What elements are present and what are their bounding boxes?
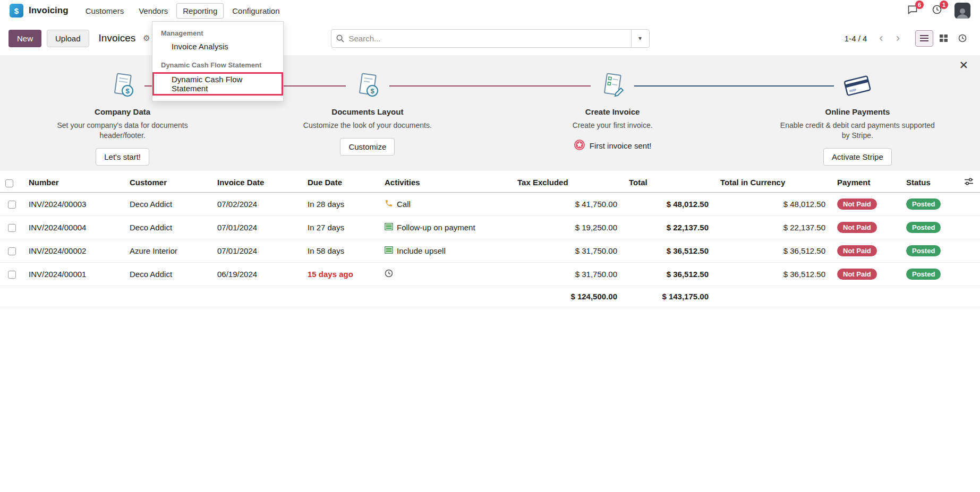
lets-start-button[interactable]: Let's start! [96, 148, 149, 166]
view-switcher [915, 30, 972, 47]
row-checkbox[interactable] [8, 224, 16, 232]
activate-stripe-button[interactable]: Activate Stripe [823, 148, 892, 166]
payment-status-badge: Not Paid [837, 245, 877, 256]
payment-status-badge: Not Paid [837, 222, 877, 233]
menu-configuration[interactable]: Configuration [226, 3, 286, 19]
customize-button[interactable]: Customize [340, 138, 395, 156]
cell-due-date: In 28 days [302, 192, 379, 215]
cell-invoice-date: 07/01/2024 [212, 239, 302, 262]
cell-number: INV/2024/00002 [23, 239, 124, 262]
status-badge: Posted [906, 222, 941, 233]
row-checkbox[interactable] [8, 201, 16, 209]
column-header-due-date[interactable]: Due Date [302, 173, 379, 192]
cell-activity-label[interactable]: Call [397, 200, 411, 209]
payment-status-badge: Not Paid [837, 198, 877, 210]
view-settings-gear-icon[interactable]: ⚙ [143, 33, 150, 43]
note-activity-icon[interactable] [385, 246, 393, 255]
cell-total-in-currency: $ 48,012.50 [715, 192, 832, 215]
step-title: Company Data [95, 107, 150, 116]
cell-activity-label[interactable]: Include upsell [397, 246, 446, 255]
invoicing-app-screen: $ Invoicing Customers Vendors Reporting … [0, 0, 980, 492]
menu-item-dynamic-cash-flow-statement[interactable]: Dynamic Cash Flow Statement [152, 72, 283, 96]
column-header-total-in-currency[interactable]: Total in Currency [715, 173, 832, 192]
upload-button[interactable]: Upload [47, 30, 89, 47]
activities-badge: 1 [940, 1, 948, 9]
cell-tax-excluded: $ 19,250.00 [512, 215, 624, 239]
column-header-status[interactable]: Status [901, 173, 959, 192]
phone-activity-icon[interactable] [385, 199, 393, 209]
cell-due-date: In 58 days [302, 239, 379, 262]
cell-tax-excluded: $ 41,750.00 [512, 192, 624, 215]
column-header-invoice-date[interactable]: Invoice Date [212, 173, 302, 192]
status-badge: Posted [906, 198, 941, 210]
onboarding-step-create-invoice: Create Invoice Create your first invoice… [490, 69, 735, 171]
search-input[interactable] [349, 34, 631, 43]
user-avatar[interactable] [955, 3, 970, 19]
row-checkbox[interactable] [8, 271, 16, 279]
status-badge: Posted [906, 269, 941, 280]
invoicing-app-icon[interactable]: $ [10, 4, 23, 18]
create-invoice-icon [591, 69, 634, 102]
column-header-activities[interactable]: Activities [379, 173, 512, 192]
invoice-row[interactable]: INV/2024/00003 Deco Addict 07/02/2024 In… [0, 192, 980, 215]
invoice-row[interactable]: INV/2024/00001 Deco Addict 06/19/2024 15… [0, 262, 980, 286]
menu-customers[interactable]: Customers [79, 3, 131, 19]
step-title: Online Payments [825, 107, 890, 116]
clock-activity-icon[interactable] [385, 269, 393, 279]
step-title: Create Invoice [585, 107, 640, 116]
pager-value[interactable]: 1-4 / 4 [845, 34, 867, 43]
pager-next-button[interactable]: › [891, 32, 905, 44]
new-button[interactable]: New [8, 30, 41, 47]
select-all-checkbox[interactable] [5, 179, 13, 187]
cell-total: $ 36,512.50 [624, 239, 715, 262]
onboarding-progress-line-segment [612, 85, 857, 87]
payment-status-badge: Not Paid [837, 269, 877, 280]
column-header-number[interactable]: Number [23, 173, 124, 192]
step-description: Create your first invoice. [533, 120, 692, 131]
menu-item-invoice-analysis[interactable]: Invoice Analysis [152, 39, 283, 54]
documents-layout-icon: $ [346, 69, 389, 102]
menu-reporting[interactable]: Reporting [176, 3, 224, 19]
cell-customer: Deco Addict [124, 262, 212, 286]
cell-total-in-currency: $ 22,137.50 [715, 215, 832, 239]
pager-previous-button[interactable]: ‹ [874, 32, 888, 44]
activity-view-button[interactable] [953, 30, 972, 47]
kanban-view-button[interactable] [934, 30, 952, 47]
search-bar: ▾ [331, 29, 650, 48]
star-badge-icon [574, 139, 585, 152]
optional-columns-icon[interactable] [959, 173, 980, 192]
app-name[interactable]: Invoicing [29, 5, 69, 16]
cell-number: INV/2024/00004 [23, 215, 124, 239]
svg-text:$: $ [125, 87, 130, 95]
row-checkbox[interactable] [8, 247, 16, 255]
status-badge: Posted [906, 245, 941, 256]
step-title: Documents Layout [331, 107, 403, 116]
note-activity-icon[interactable] [385, 223, 393, 232]
close-onboarding-icon[interactable]: ✕ [959, 59, 968, 71]
totals-row: $ 124,500.00 $ 143,175.00 [0, 286, 980, 307]
cell-total: $ 22,137.50 [624, 215, 715, 239]
step-description: Enable credit & debit card payments supp… [778, 120, 937, 141]
menu-section-dynamic-cash-flow: Dynamic Cash Flow Statement [152, 59, 283, 71]
cell-total-in-currency: $ 36,512.50 [715, 239, 832, 262]
column-header-tax-excluded[interactable]: Tax Excluded [512, 173, 624, 192]
cell-number: INV/2024/00003 [23, 192, 124, 215]
cell-customer: Azure Interior [124, 239, 212, 262]
first-invoice-sent-status: First invoice sent! [574, 139, 652, 152]
messages-badge: 6 [915, 1, 924, 9]
messages-button[interactable]: 6 [906, 4, 919, 18]
cell-tax-excluded: $ 31,750.00 [512, 262, 624, 286]
list-view-button[interactable] [915, 30, 933, 47]
cell-tax-excluded: $ 31,750.00 [512, 239, 624, 262]
menu-vendors[interactable]: Vendors [132, 3, 174, 19]
credit-card-icon [834, 69, 881, 102]
activities-button[interactable]: 1 [930, 4, 944, 18]
column-header-payment[interactable]: Payment [832, 173, 901, 192]
invoice-row[interactable]: INV/2024/00002 Azure Interior 07/01/2024… [0, 239, 980, 262]
search-options-caret-icon[interactable]: ▾ [631, 30, 649, 47]
cell-activity-label[interactable]: Follow-up on payment [397, 223, 475, 232]
onboarding-step-online-payments: Online Payments Enable credit & debit ca… [735, 69, 980, 171]
invoice-row[interactable]: INV/2024/00004 Deco Addict 07/01/2024 In… [0, 215, 980, 239]
column-header-customer[interactable]: Customer [124, 173, 212, 192]
column-header-total[interactable]: Total [624, 173, 715, 192]
